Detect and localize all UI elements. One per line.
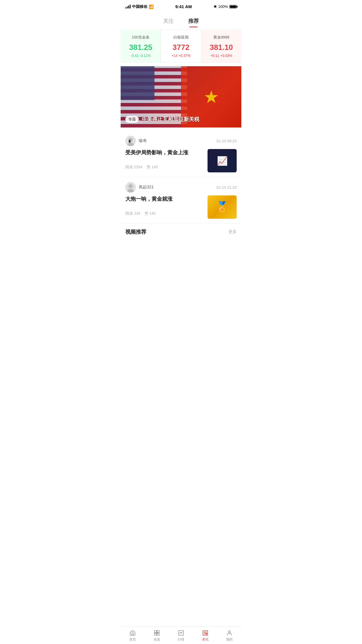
signal-icon	[125, 5, 131, 8]
article-stats-1: 阅读 2354 赞 145	[125, 164, 204, 170]
tab-recommend[interactable]: 推荐	[188, 15, 199, 27]
carrier-name: 中国移动	[132, 4, 147, 9]
article-body-2: 大炮一响，黄金就涨 阅读 234 赞 145	[125, 195, 237, 219]
card-change-silver: +14 +0.37%	[164, 54, 198, 58]
author-avatar-1: 📱	[125, 136, 136, 146]
author-name-1: 喻奇	[139, 138, 147, 144]
article-title-2: 大炮一响，黄金就涨	[125, 195, 204, 203]
price-card-gold-bar[interactable]: 100克金条 381.25 -0.41 -0.11%	[121, 30, 161, 62]
article-stats-2: 阅读 234 赞 145	[125, 211, 204, 216]
like-count-2: 145	[149, 211, 156, 216]
article-item-2[interactable]: 凤起321 01-14 21:23 大炮一响，黄金就涨 阅读 234 赞 145	[121, 177, 241, 224]
card-price-silver: 3772	[164, 43, 198, 52]
status-bar: 中国移动 📶 9:41 AM ✱ 100%	[121, 0, 241, 13]
video-more-button[interactable]: 更多	[229, 229, 237, 235]
bluetooth-icon: ✱	[214, 4, 217, 9]
tab-header: 关注 推荐	[121, 13, 241, 27]
battery-percent: 100%	[218, 4, 228, 9]
article-author-1: 📱 喻奇	[125, 136, 147, 146]
price-card-silver[interactable]: 白银延期 3772 +14 +0.37%	[161, 30, 201, 62]
article-body-1: 受美伊局势影响，黄金上涨 阅读 2354 赞 145	[125, 149, 237, 172]
article-title-1: 受美伊局势影响，黄金上涨	[125, 149, 204, 156]
author-name-2: 凤起321	[139, 185, 154, 190]
section-header: 视频推荐 更多	[125, 228, 237, 235]
status-time: 9:41 AM	[175, 4, 192, 9]
article-meta-1: 📱 喻奇 01-10 09:23	[125, 136, 237, 146]
card-name-gold-bar: 100克金条	[124, 35, 158, 40]
author-avatar-2	[125, 182, 136, 192]
card-name-gold-9999: 黄金9999	[204, 35, 238, 40]
article-thumb-1	[208, 149, 237, 172]
article-author-2: 凤起321	[125, 182, 154, 192]
read-count-2: 234	[134, 211, 140, 216]
like-label-1: 赞	[147, 165, 150, 169]
card-change-gold-9999: +0.11 +0.03%	[204, 54, 238, 58]
read-label-2: 阅读	[125, 211, 133, 216]
status-left: 中国移动 📶	[125, 4, 154, 9]
card-name-silver: 白银延期	[164, 35, 198, 40]
article-text-1: 受美伊局势影响，黄金上涨 阅读 2354 赞 145	[125, 149, 204, 170]
banner-content: 专题 中美停止互相加征新关税	[125, 116, 199, 123]
like-label-2: 赞	[145, 211, 148, 216]
status-right: ✱ 100%	[214, 4, 237, 9]
article-item-1[interactable]: 📱 喻奇 01-10 09:23 受美伊局势影响，黄金上涨 阅读 2354 赞 …	[121, 131, 241, 177]
tab-follow[interactable]: 关注	[163, 15, 174, 27]
banner-title: 中美停止互相加征新关税	[142, 116, 199, 123]
banner-tag: 专题	[125, 116, 139, 123]
svg-text:📱: 📱	[128, 139, 131, 143]
price-card-gold-9999[interactable]: 黄金9999 381.10 +0.11 +0.03%	[201, 30, 241, 62]
article-text-2: 大炮一响，黄金就涨 阅读 234 赞 145	[125, 195, 204, 216]
video-section-title: 视频推荐	[125, 228, 146, 235]
card-price-gold-9999: 381.10	[204, 43, 238, 52]
price-cards: 100克金条 381.25 -0.41 -0.11% 白银延期 3772 +14…	[121, 30, 241, 63]
svg-point-5	[129, 184, 133, 188]
battery-icon	[229, 5, 237, 8]
card-price-gold-bar: 381.25	[124, 43, 158, 52]
article-time-1: 01-10 09:23	[217, 139, 237, 143]
read-count-1: 2354	[134, 165, 143, 169]
articles-section: 📱 喻奇 01-10 09:23 受美伊局势影响，黄金上涨 阅读 2354 赞 …	[121, 131, 241, 224]
article-thumb-2	[208, 195, 237, 219]
video-section: 视频推荐 更多	[121, 224, 241, 239]
read-label-1: 阅读	[125, 165, 133, 169]
like-count-1: 145	[152, 165, 158, 169]
card-change-gold-bar: -0.41 -0.11%	[124, 54, 158, 58]
article-time-2: 01-14 21:23	[217, 185, 237, 190]
banner[interactable]: ★ 专题 中美停止互相加征新关税	[121, 66, 241, 127]
wifi-icon: 📶	[149, 4, 154, 9]
article-meta-2: 凤起321 01-14 21:23	[125, 182, 237, 192]
